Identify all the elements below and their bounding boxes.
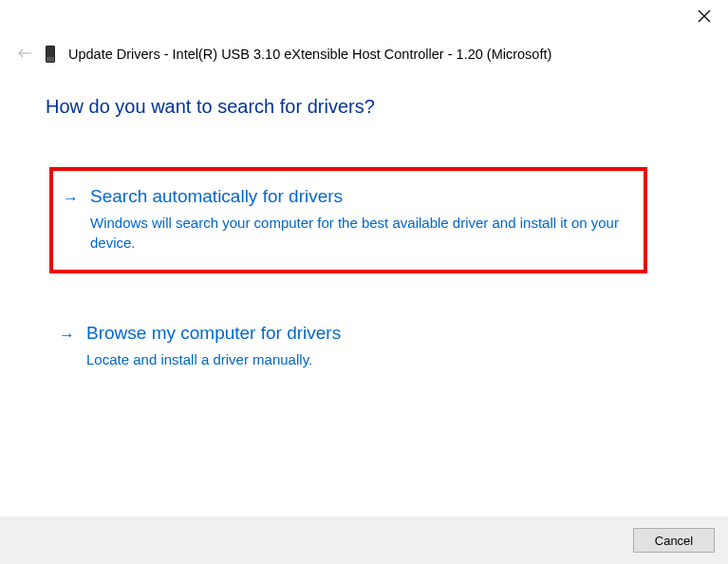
option-title: Search automatically for drivers <box>90 186 625 207</box>
arrow-right-icon: → <box>59 326 75 345</box>
back-button <box>17 46 32 63</box>
cancel-button[interactable]: Cancel <box>633 528 715 553</box>
option-description: Locate and install a driver manually. <box>86 349 628 369</box>
option-content: Search automatically for drivers Windows… <box>90 186 625 253</box>
header-row: Update Drivers - Intel(R) USB 3.10 eXten… <box>0 0 728 63</box>
option-browse-computer[interactable]: → Browse my computer for drivers Locate … <box>49 308 647 386</box>
device-icon <box>46 46 55 63</box>
main-heading: How do you want to search for drivers? <box>46 96 728 118</box>
option-content: Browse my computer for drivers Locate an… <box>86 323 628 369</box>
page-title: Update Drivers - Intel(R) USB 3.10 eXten… <box>68 47 551 62</box>
option-description: Windows will search your computer for th… <box>90 213 625 253</box>
back-arrow-icon <box>17 47 32 59</box>
option-title: Browse my computer for drivers <box>86 323 628 344</box>
option-search-automatically[interactable]: → Search automatically for drivers Windo… <box>49 167 647 273</box>
close-icon <box>698 9 711 23</box>
arrow-right-icon: → <box>63 189 79 208</box>
options-list: → Search automatically for drivers Windo… <box>49 167 728 386</box>
footer-bar: Cancel <box>0 517 728 564</box>
close-button[interactable] <box>698 9 711 26</box>
